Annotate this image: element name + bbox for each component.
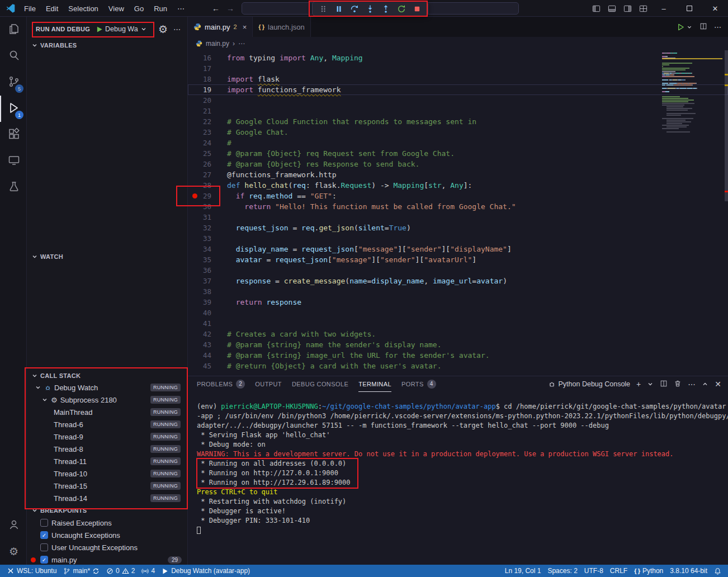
call-stack-item[interactable]: Debug WatchRUNNING	[27, 381, 187, 394]
call-stack-item[interactable]: Thread-14RUNNING	[27, 492, 187, 504]
breakpoint-checkbox[interactable]: ✓	[40, 556, 48, 564]
maximize-panel-icon[interactable]	[702, 381, 708, 387]
gutter-line-17[interactable]: 17	[188, 63, 211, 74]
call-stack-item[interactable]: Thread-6RUNNING	[27, 418, 187, 431]
activity-manage[interactable]: ⚙	[0, 538, 26, 565]
debug-step-into-button[interactable]	[363, 3, 377, 15]
call-stack-item[interactable]: MainThreadRUNNING	[27, 406, 187, 418]
gutter-line-33[interactable]: 33	[188, 233, 211, 244]
call-stack-item[interactable]: ⚙Subprocess 2180RUNNING	[27, 394, 187, 406]
tab-launch-json[interactable]: { } launch.json	[253, 17, 311, 37]
gutter-line-43[interactable]: 43	[188, 339, 211, 350]
status-cursor-position[interactable]: Ln 19, Col 1	[502, 565, 545, 577]
gutter-line-28[interactable]: 28	[188, 180, 211, 191]
call-stack-item[interactable]: Thread-10RUNNING	[27, 467, 187, 480]
status-branch[interactable]: main*	[60, 565, 103, 577]
split-editor-icon[interactable]	[699, 22, 707, 32]
toolbar-drag-handle[interactable]	[316, 3, 330, 15]
minimap[interactable]	[662, 53, 722, 133]
gutter-line-26[interactable]: 26	[188, 159, 211, 169]
toggle-panel-icon[interactable]	[604, 0, 620, 17]
menu-file[interactable]: File	[19, 2, 41, 15]
launch-config-dropdown[interactable]: Debug Wa	[96, 25, 147, 33]
breakpoint-checkbox[interactable]	[40, 543, 48, 551]
status-encoding[interactable]: UTF-8	[581, 565, 607, 577]
gutter-line-29[interactable]: 29	[188, 191, 211, 201]
debug-restart-button[interactable]	[395, 3, 408, 15]
close-panel-icon[interactable]: ✕	[715, 380, 721, 389]
activity-remote-explorer[interactable]	[0, 148, 26, 174]
menu-go[interactable]: Go	[129, 2, 149, 15]
call-stack-item[interactable]: Thread-11RUNNING	[27, 455, 187, 467]
gutter-line-21[interactable]: 21	[188, 106, 211, 116]
gutter-line-22[interactable]: 22	[188, 116, 211, 127]
panel-tab-output[interactable]: OUTPUT	[255, 376, 282, 392]
activity-extensions[interactable]	[0, 122, 26, 148]
more-actions-icon[interactable]: ⋯	[688, 380, 696, 389]
new-terminal-icon[interactable]: +	[636, 380, 641, 389]
tab-main-py[interactable]: main.py 2 ×	[188, 17, 253, 37]
activity-testing[interactable]	[0, 174, 26, 201]
menu-view[interactable]: View	[103, 2, 129, 15]
editor-scrollbar[interactable]	[725, 50, 728, 376]
more-actions-icon[interactable]: ⋯	[714, 23, 721, 31]
navigate-forward-icon[interactable]: →	[224, 2, 237, 15]
close-button[interactable]: ✕	[702, 0, 728, 17]
debug-pause-button[interactable]	[332, 3, 346, 15]
gutter-line-20[interactable]: 20	[188, 95, 211, 106]
menu-run[interactable]: Run	[149, 2, 172, 15]
panel-tab-debug-console[interactable]: DEBUG CONSOLE	[292, 376, 348, 392]
gutter-line-42[interactable]: 42	[188, 329, 211, 339]
activity-search[interactable]	[0, 43, 26, 69]
navigate-back-icon[interactable]: ←	[209, 2, 223, 15]
menubar-more[interactable]: ⋯	[172, 2, 190, 15]
gutter-line-16[interactable]: 16	[188, 53, 211, 63]
call-stack-item[interactable]: Thread-8RUNNING	[27, 443, 187, 455]
status-ports[interactable]: 4	[138, 565, 158, 577]
breakpoint-checkbox[interactable]: ✓	[40, 531, 48, 539]
gutter-line-34[interactable]: 34	[188, 244, 211, 254]
debug-step-out-button[interactable]	[379, 3, 393, 15]
gutter-line-24[interactable]: 24	[188, 138, 211, 148]
status-eol[interactable]: CRLF	[607, 565, 631, 577]
gutter-line-25[interactable]: 25	[188, 148, 211, 159]
panel-tab-ports[interactable]: PORTS4	[401, 376, 436, 392]
gutter-line-41[interactable]: 41	[188, 318, 211, 329]
gutter-line-19[interactable]: 19	[188, 84, 211, 95]
status-problems[interactable]: 02	[103, 565, 138, 577]
gear-icon[interactable]: ⚙	[158, 24, 168, 35]
status-indentation[interactable]: Spaces: 2	[544, 565, 580, 577]
gutter-line-27[interactable]: 27	[188, 169, 211, 180]
gutter-line-23[interactable]: 23	[188, 127, 211, 138]
activity-run-and-debug[interactable]: 1	[0, 96, 26, 122]
more-actions-icon[interactable]: ⋯	[173, 25, 181, 34]
gutter-line-30[interactable]: 30	[188, 201, 211, 212]
status-remote[interactable]: WSL: Ubuntu	[3, 565, 60, 577]
status-debug-session[interactable]: Debug Watch (avatar-app)	[158, 565, 253, 577]
kill-terminal-icon[interactable]	[674, 380, 682, 389]
minimize-button[interactable]: –	[651, 0, 677, 17]
call-stack-item[interactable]: Thread-15RUNNING	[27, 480, 187, 492]
gutter-line-31[interactable]: 31	[188, 212, 211, 223]
section-variables[interactable]: VARIABLES	[27, 39, 187, 51]
breakpoint-item[interactable]: User Uncaught Exceptions	[27, 541, 187, 554]
panel-tab-problems[interactable]: PROBLEMS2	[197, 376, 245, 392]
terminal-output[interactable]: (env) pierrick@LAPTOP-HKU5PNNG:~/git/goo…	[188, 392, 728, 565]
call-stack-item[interactable]: Thread-9RUNNING	[27, 431, 187, 443]
breakpoint-item[interactable]: ✓Uncaught Exceptions	[27, 529, 187, 541]
gutter-line-37[interactable]: 37	[188, 276, 211, 286]
gutter-line-45[interactable]: 45	[188, 361, 211, 371]
breakpoint-dot-icon[interactable]	[192, 193, 197, 198]
gutter-line-39[interactable]: 39	[188, 297, 211, 308]
gutter-line-38[interactable]: 38	[188, 286, 211, 297]
toggle-primary-sidebar-icon[interactable]	[588, 0, 604, 17]
maximize-button[interactable]	[677, 0, 702, 17]
gutter-line-44[interactable]: 44	[188, 350, 211, 361]
run-python-file-button[interactable]	[677, 23, 693, 31]
activity-accounts[interactable]	[0, 512, 26, 538]
gutter-line-32[interactable]: 32	[188, 223, 211, 233]
status-notifications[interactable]	[711, 565, 725, 577]
gutter-line-35[interactable]: 35	[188, 254, 211, 265]
code-editor[interactable]: 16 from typing import Any, Mapping 17 18…	[188, 50, 728, 376]
menu-edit[interactable]: Edit	[41, 2, 63, 15]
